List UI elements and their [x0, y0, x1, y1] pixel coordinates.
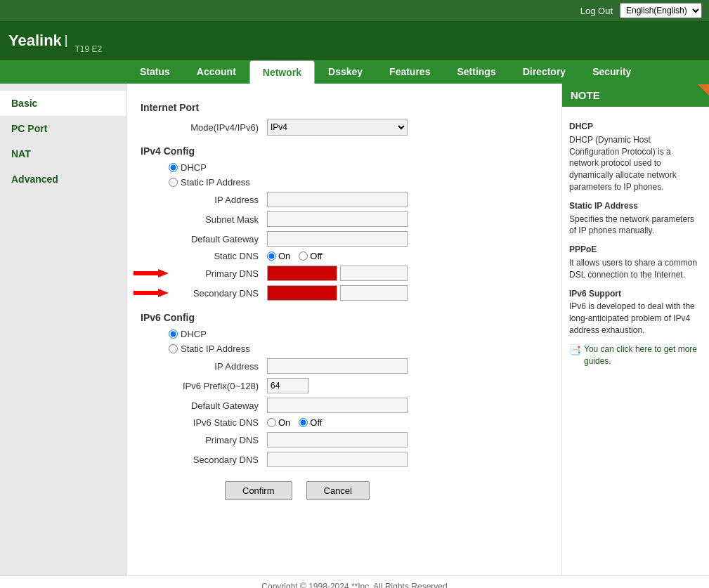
static-dns-off-radio[interactable] — [299, 251, 308, 261]
red-arrow-secondary-icon — [134, 287, 169, 299]
note-header: NOTE — [562, 84, 709, 107]
footer: Copyright © 1998-2024 **Inc. All Rights … — [0, 575, 709, 588]
ipv6-static-dns-row: IPv6 Static DNS On Off — [141, 417, 547, 428]
language-select[interactable]: English(English) — [620, 3, 702, 18]
sidebar-item-basic[interactable]: Basic — [0, 91, 126, 116]
ipv4-static-dns-row: Static DNS On Off — [141, 251, 547, 261]
ipv6-static-radio[interactable] — [169, 344, 178, 353]
ipv4-dhcp-label: DHCP — [181, 162, 207, 173]
ipv6-dhcp-label: DHCP — [181, 329, 207, 339]
red-arrow-primary-icon — [134, 268, 169, 279]
ipv6-gateway-input[interactable] — [267, 398, 408, 413]
note-guide-text: You can click here to get more guides. — [584, 344, 702, 367]
ipv6-config-title: IPv6 Config — [141, 312, 547, 323]
mode-row: Mode(IPv4/IPv6) IPv4 IPv6 IPv4 & IPv6 — [141, 119, 547, 136]
confirm-button[interactable]: Confirm — [225, 481, 292, 500]
ipv6-static-row: Static IP Address — [141, 344, 547, 354]
content-area: Internet Port Mode(IPv4/IPv6) IPv4 IPv6 … — [126, 84, 561, 575]
tab-security[interactable]: Security — [579, 60, 644, 84]
top-bar: Log Out English(English) — [0, 0, 709, 21]
ipv4-ip-row: IP Address — [141, 192, 547, 207]
ipv4-gateway-row: Default Gateway — [141, 231, 547, 247]
note-static-text: Specifies the network parameters of IP p… — [569, 214, 702, 237]
note-dhcp-title: DHCP — [569, 121, 702, 133]
note-guide-link[interactable]: 📑 You can click here to get more guides. — [569, 344, 702, 367]
note-body: DHCP DHCP (Dynamic Host Configuration Pr… — [562, 107, 709, 374]
mode-label: Mode(IPv4/IPv6) — [155, 122, 267, 133]
ipv6-dhcp-row: DHCP — [141, 329, 547, 339]
ipv6-primary-dns-label: Primary DNS — [155, 435, 267, 445]
ipv6-static-dns-off-radio[interactable] — [299, 418, 308, 427]
sidebar-item-nat[interactable]: NAT — [0, 141, 126, 166]
tab-status[interactable]: Status — [126, 60, 183, 84]
subnet-mask-label: Subnet Mask — [155, 214, 267, 225]
static-dns-label: Static DNS — [155, 251, 267, 261]
ipv4-ip-input[interactable] — [267, 192, 408, 207]
tab-account[interactable]: Account — [183, 60, 249, 84]
ipv4-secondary-dns-input[interactable] — [267, 285, 337, 301]
note-pppoe-text: It allows users to share a common DSL co… — [569, 257, 702, 281]
ipv6-static-dns-on-radio[interactable] — [267, 418, 276, 427]
ip-address-label: IP Address — [155, 195, 267, 205]
ipv6-secondary-dns-row: Secondary DNS — [141, 452, 547, 467]
sidebar-item-pcport[interactable]: PC Port — [0, 116, 126, 141]
button-row: Confirm Cancel — [225, 481, 547, 500]
ipv6-ip-row: IP Address — [141, 358, 547, 374]
static-dns-on-radio[interactable] — [267, 251, 276, 261]
ipv6-primary-dns-input[interactable] — [267, 432, 408, 447]
mode-select[interactable]: IPv4 IPv6 IPv4 & IPv6 — [267, 119, 408, 136]
ipv6-prefix-label: IPv6 Prefix(0~128) — [155, 381, 267, 391]
ipv4-gateway-input[interactable] — [267, 231, 408, 247]
nav-tabs: Status Account Network Dsskey Features S… — [0, 60, 709, 84]
ipv6-prefix-input[interactable] — [267, 378, 309, 393]
copyright-text: Copyright © 1998-2024 **Inc. All Rights … — [261, 582, 447, 588]
ipv6-secondary-dns-input[interactable] — [267, 452, 408, 467]
ipv4-subnet-row: Subnet Mask — [141, 211, 547, 227]
ipv4-static-label: Static IP Address — [181, 177, 250, 188]
note-title: NOTE — [571, 89, 600, 101]
tab-network[interactable]: Network — [249, 60, 315, 84]
ipv4-dhcp-row: DHCP — [141, 162, 547, 173]
logout-link[interactable]: Log Out — [580, 6, 613, 16]
ipv4-primary-dns-input[interactable] — [267, 266, 337, 281]
cancel-button[interactable]: Cancel — [306, 481, 370, 500]
primary-dns-label: Primary DNS — [155, 268, 267, 279]
tab-dsskey[interactable]: Dsskey — [315, 60, 376, 84]
note-static-title: Static IP Address — [569, 200, 702, 212]
note-ipv6-title: IPv6 Support — [569, 288, 702, 300]
ipv6-gateway-row: Default Gateway — [141, 398, 547, 413]
note-panel: NOTE DHCP DHCP (Dynamic Host Configurati… — [561, 84, 709, 575]
svg-marker-0 — [134, 269, 169, 277]
ipv4-primary-dns-input2[interactable] — [340, 266, 408, 281]
ipv6-ip-address-label: IP Address — [155, 361, 267, 372]
svg-marker-1 — [134, 289, 169, 297]
ipv4-dhcp-radio[interactable] — [169, 163, 178, 172]
brand-logo: Yealink — [8, 32, 62, 50]
note-ipv6-text: IPv6 is developed to deal with the long-… — [569, 301, 702, 336]
ipv4-static-radio[interactable] — [169, 178, 178, 187]
ipv6-prefix-row: IPv6 Prefix(0~128) — [141, 378, 547, 393]
ipv4-subnet-input[interactable] — [267, 211, 408, 227]
ipv4-static-row: Static IP Address — [141, 177, 547, 188]
ipv4-secondary-dns-row: Secondary DNS — [141, 285, 547, 301]
static-dns-off-label: Off — [310, 251, 322, 261]
ipv6-static-label: Static IP Address — [181, 344, 250, 354]
ipv6-static-dns-label: IPv6 Static DNS — [155, 417, 267, 428]
sidebar-item-advanced[interactable]: Advanced — [0, 166, 126, 192]
ipv4-secondary-dns-input2[interactable] — [340, 285, 408, 301]
ipv4-config-title: IPv4 Config — [141, 145, 547, 157]
ipv6-default-gateway-label: Default Gateway — [155, 400, 267, 411]
internet-port-title: Internet Port — [141, 102, 547, 113]
ipv4-primary-dns-row: Primary DNS — [141, 266, 547, 281]
tab-features[interactable]: Features — [376, 60, 443, 84]
header: Yealink | T19 E2 — [0, 21, 709, 60]
ipv6-primary-dns-row: Primary DNS — [141, 432, 547, 447]
main-container: Basic PC Port NAT Advanced Internet Port… — [0, 84, 709, 575]
sidebar: Basic PC Port NAT Advanced — [0, 84, 126, 575]
note-dhcp-text: DHCP (Dynamic Host Configuration Protoco… — [569, 134, 702, 193]
tab-settings[interactable]: Settings — [443, 60, 509, 84]
ipv6-ip-input[interactable] — [267, 358, 408, 374]
tab-directory[interactable]: Directory — [509, 60, 579, 84]
ipv6-dhcp-radio[interactable] — [169, 329, 178, 339]
note-pppoe-title: PPPoE — [569, 244, 702, 256]
